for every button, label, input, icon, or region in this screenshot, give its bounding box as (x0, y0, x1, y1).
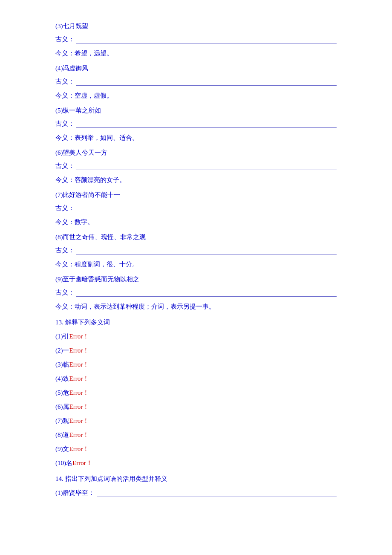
s14-item-1: (1)群贤毕至： (55, 487, 337, 499)
section14-header: 14. 指出下列加点词语的活用类型并释义 (55, 473, 337, 485)
s13-1-prefix: (1)引 (55, 333, 69, 340)
s13-9-prefix: (9)文 (55, 445, 69, 452)
s13-item-8: (8)道Error！ (55, 429, 337, 441)
item8-title: (8)而世之奇伟、瑰怪、非常之观 (55, 231, 337, 243)
item3-title: (3)七月既望 (55, 20, 337, 32)
section13: 13. 解释下列多义词 (1)引Error！ (2)一Error！ (3)临Er… (55, 317, 337, 469)
s13-2-prefix: (2)一 (55, 347, 69, 354)
item4-guyi-input[interactable] (76, 78, 337, 86)
s13-item-1: (1)引Error！ (55, 331, 337, 342)
item7-guyi-input[interactable] (76, 205, 337, 212)
vocab-item-3: (3)七月既望 古义： 今义：希望，远望。 (55, 20, 337, 59)
section14: 14. 指出下列加点词语的活用类型并释义 (1)群贤毕至： (55, 473, 337, 499)
vocab-item-5: (5)纵一苇之所如 古义： 今义：表列举，如同、适合。 (55, 105, 337, 144)
s13-item-9: (9)文Error！ (55, 443, 337, 455)
vocabulary-section: (3)七月既望 古义： 今义：希望，远望。 (4)冯虚御风 古义： 今义：空虚，… (55, 20, 337, 312)
item3-guyi-line: 古义： (55, 34, 337, 45)
main-content: (3)七月既望 古义： 今义：希望，远望。 (4)冯虚御风 古义： 今义：空虚，… (55, 20, 337, 499)
item7-guyi-line: 古义： (55, 202, 337, 214)
s13-item-4: (4)致Error！ (55, 373, 337, 384)
s14-1-label: (1)群贤毕至： (55, 487, 95, 499)
s13-3-error: Error！ (69, 361, 89, 368)
item7-jinyi: 今义：数字。 (55, 217, 337, 228)
s13-3-prefix: (3)临 (55, 361, 69, 368)
s13-item-5: (5)危Error！ (55, 387, 337, 399)
item3-guyi-input[interactable] (76, 36, 337, 43)
item5-guyi-label: 古义： (55, 118, 75, 130)
item6-jinyi: 今义：容颜漂亮的女子。 (55, 174, 337, 186)
item3-jinyi: 今义：希望，远望。 (55, 48, 337, 59)
item5-guyi-input[interactable] (76, 120, 337, 128)
s13-4-prefix: (4)致 (55, 375, 69, 382)
s13-6-error: Error！ (69, 403, 89, 410)
section13-header: 13. 解释下列多义词 (55, 317, 337, 328)
s13-5-prefix: (5)危 (55, 389, 69, 396)
s14-1-input[interactable] (97, 489, 337, 497)
s13-8-prefix: (8)道 (55, 431, 69, 438)
item9-title: (9)至于幽暗昏惑而无物以相之 (55, 274, 337, 285)
s13-1-error: Error！ (69, 333, 89, 340)
s13-10-error: Error！ (72, 460, 92, 466)
item6-guyi-input[interactable] (76, 162, 337, 170)
vocab-item-8: (8)而世之奇伟、瑰怪、非常之观 古义： 今义：程度副词，很、十分。 (55, 231, 337, 270)
item5-title: (5)纵一苇之所如 (55, 105, 337, 116)
vocab-item-7: (7)比好游者尚不能十一 古义： 今义：数字。 (55, 189, 337, 228)
s13-item-7: (7)观Error！ (55, 415, 337, 427)
item4-jinyi: 今义：空虚，虚假。 (55, 90, 337, 101)
item4-title: (4)冯虚御风 (55, 63, 337, 74)
s13-10-prefix: (10)名 (55, 460, 72, 466)
item9-guyi-line: 古义： (55, 287, 337, 298)
item8-guyi-line: 古义： (55, 245, 337, 256)
item6-guyi-label: 古义： (55, 160, 75, 172)
s13-item-2: (2)一Error！ (55, 345, 337, 356)
s13-7-error: Error！ (69, 417, 89, 424)
item8-guyi-label: 古义： (55, 245, 75, 256)
item5-guyi-line: 古义： (55, 118, 337, 130)
s13-2-error: Error！ (69, 347, 89, 354)
item4-guyi-line: 古义： (55, 76, 337, 87)
item8-guyi-input[interactable] (76, 247, 337, 254)
item8-jinyi: 今义：程度副词，很、十分。 (55, 259, 337, 270)
vocab-item-9: (9)至于幽暗昏惑而无物以相之 古义： 今义：动词，表示达到某种程度；介词，表示… (55, 274, 337, 312)
item4-guyi-label: 古义： (55, 76, 75, 87)
s13-8-error: Error！ (69, 431, 89, 438)
s13-7-prefix: (7)观 (55, 417, 69, 424)
s13-6-prefix: (6)属 (55, 403, 69, 410)
s13-5-error: Error！ (69, 389, 89, 396)
item3-guyi-label: 古义： (55, 34, 75, 45)
item7-title: (7)比好游者尚不能十一 (55, 189, 337, 201)
s13-4-error: Error！ (69, 375, 89, 382)
s13-item-3: (3)临Error！ (55, 359, 337, 370)
s13-item-10: (10)名Error！ (55, 457, 337, 469)
item9-guyi-label: 古义： (55, 287, 75, 298)
item9-guyi-input[interactable] (76, 289, 337, 297)
item5-jinyi: 今义：表列举，如同、适合。 (55, 132, 337, 144)
s13-item-6: (6)属Error！ (55, 401, 337, 413)
item6-guyi-line: 古义： (55, 160, 337, 172)
vocab-item-4: (4)冯虚御风 古义： 今义：空虚，虚假。 (55, 63, 337, 101)
vocab-item-6: (6)望美人兮天一方 古义： 今义：容颜漂亮的女子。 (55, 147, 337, 186)
s13-9-error: Error！ (69, 445, 89, 452)
item6-title: (6)望美人兮天一方 (55, 147, 337, 159)
item7-guyi-label: 古义： (55, 202, 75, 214)
item9-jinyi: 今义：动词，表示达到某种程度；介词，表示另提一事。 (55, 301, 337, 312)
